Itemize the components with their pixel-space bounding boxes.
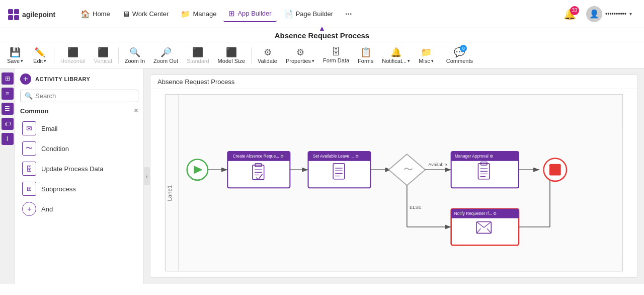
horizontal-button: ⬛ Horizontal: [56, 45, 90, 65]
formdata-button[interactable]: 🗄 Form Data: [319, 45, 353, 65]
nav-item-home[interactable]: 🏠 Home: [75, 7, 115, 22]
nav-manage-label: Manage: [193, 10, 216, 18]
standard-button: ⬛ Standard: [183, 45, 213, 65]
activity-item-updateprocessdata[interactable]: 🗄 Update Process Data: [20, 159, 138, 179]
notifications-icon: 🔔: [390, 47, 401, 58]
nav-workcenter-label: Work Center: [132, 10, 169, 18]
more-dots-icon: ···: [345, 10, 352, 18]
plus-icon: +: [23, 74, 28, 84]
properties-button[interactable]: ⚙ Properties▾: [282, 45, 318, 65]
toolbar-separator-3: [251, 47, 252, 63]
activity-item-subprocess[interactable]: ⊞ Subprocess: [20, 179, 138, 199]
vertical-button: ⬛ Vertical: [90, 45, 116, 65]
appbuilder-icon: ⊞: [228, 9, 235, 18]
grid-icon: ⊞: [5, 75, 10, 82]
nav-item-appbuilder[interactable]: ⊞ App Builder: [223, 6, 276, 22]
lane-label: Lane1: [167, 185, 173, 201]
zoomin-icon: 🔍: [129, 47, 140, 58]
notifications-button[interactable]: 🔔 Notificat...▾: [378, 45, 414, 65]
process-diagram[interactable]: Lane1 Create Absence Reque... ⚙: [150, 89, 637, 276]
modelsize-button[interactable]: ⬛ Model Size: [214, 45, 249, 65]
search-box[interactable]: 🔍: [20, 90, 138, 102]
close-common-button[interactable]: ×: [134, 106, 138, 115]
and-item-label: And: [41, 205, 53, 213]
activity-item-and[interactable]: + And: [20, 199, 138, 219]
modelsize-icon: ⬛: [226, 47, 237, 58]
comments-badge: 0: [460, 45, 467, 52]
comments-button[interactable]: 💬 0 Comments: [442, 45, 477, 65]
svg-rect-58: [549, 164, 561, 176]
left-icon-strip: ⊞ ≡ ☰ 🏷 I: [0, 68, 15, 284]
node-notify-requester[interactable]: Notify Requester If... ⚙: [451, 209, 519, 245]
standard-icon: ⬛: [192, 47, 203, 58]
toolbar-separator-2: [118, 47, 119, 63]
svg-text:Notify Requester If... ⚙: Notify Requester If... ⚙: [454, 211, 497, 216]
node-manager-approval[interactable]: Manager Approval ⚙: [451, 152, 519, 188]
node-create-absence[interactable]: Create Absence Reque... ⚙: [227, 152, 290, 188]
vertical-icon: ⬛: [98, 47, 109, 58]
condition-item-icon: 〜: [22, 141, 36, 156]
workcenter-icon: 🖥: [122, 10, 130, 18]
horizontal-icon: ⬛: [67, 47, 78, 58]
logo[interactable]: agilepoint: [8, 7, 63, 21]
svg-text:Available: Available: [428, 162, 447, 167]
sidebar-collapse-handle[interactable]: ‹: [143, 167, 150, 185]
user-name: ••••••••••: [605, 11, 626, 18]
properties-icon: ⚙: [296, 47, 304, 58]
svg-text:Create Absence Reque... ⚙: Create Absence Reque... ⚙: [233, 154, 284, 159]
svg-rect-3: [14, 15, 19, 20]
svg-rect-1: [14, 9, 19, 14]
zoomin-button[interactable]: 🔍 Zoom In: [121, 45, 149, 65]
save-button[interactable]: 💾 Save▾: [3, 45, 27, 65]
toolbar-separator-1: [54, 47, 54, 63]
notification-button[interactable]: 🔔 33: [559, 6, 580, 22]
left-icon-grid[interactable]: ⊞: [2, 72, 14, 85]
search-input[interactable]: [35, 92, 134, 100]
node-set-available-leave[interactable]: Set Available Leave ... ⚙: [308, 152, 371, 188]
activity-item-condition[interactable]: 〜 Condition: [20, 138, 138, 159]
svg-rect-2: [8, 15, 13, 20]
canvas-title-bar: Absence Request Process: [150, 75, 637, 89]
user-area[interactable]: 👤 •••••••••• ▾: [582, 4, 636, 24]
left-icon-bar[interactable]: I: [2, 133, 14, 145]
validate-button[interactable]: ⚙ Validate: [254, 45, 281, 65]
svg-text:ELSE: ELSE: [410, 205, 422, 210]
left-icon-tag[interactable]: 🏷: [2, 118, 14, 130]
sidebar: + ACTIVITY LIBRARY 🔍 Common × ✉ Email 〜 …: [15, 68, 144, 284]
page-title: Absence Request Process: [275, 31, 369, 40]
menu-icon: ☰: [5, 105, 10, 112]
svg-text:Set Available Leave ... ⚙: Set Available Leave ... ⚙: [313, 154, 359, 159]
edit-button[interactable]: ✏️ Edit▾: [28, 45, 52, 65]
chevron-up-icon[interactable]: ▲: [318, 24, 326, 32]
misc-icon: 📁: [421, 47, 432, 58]
nav-item-workcenter[interactable]: 🖥 Work Center: [117, 7, 174, 21]
edit-icon: ✏️: [34, 47, 45, 58]
subprocess-item-icon: ⊞: [22, 182, 36, 196]
common-label: Common: [20, 107, 48, 115]
canvas-container[interactable]: Absence Request Process Lane1: [150, 75, 638, 278]
updateprocessdata-item-icon: 🗄: [22, 162, 36, 176]
toolbar-separator-4: [440, 47, 440, 63]
user-avatar: 👤: [586, 6, 602, 22]
forms-button[interactable]: 📋 Forms: [354, 45, 377, 65]
formdata-icon: 🗄: [332, 47, 341, 57]
nav-item-manage[interactable]: 📁 Manage: [176, 7, 221, 22]
nav-more-button[interactable]: ···: [340, 7, 357, 22]
save-label: Save▾: [7, 58, 23, 64]
zoomout-button[interactable]: 🔎 Zoom Out: [149, 45, 182, 65]
email-item-label: Email: [41, 125, 58, 132]
tag-icon: 🏷: [5, 120, 11, 127]
nav-item-pagebuilder[interactable]: 📄 Page Builder: [279, 7, 338, 22]
nav-pagebuilder-label: Page Builder: [296, 10, 333, 18]
bar-icon: I: [7, 135, 8, 142]
add-activity-button[interactable]: +: [20, 73, 31, 85]
svg-rect-0: [8, 9, 13, 14]
manage-icon: 📁: [181, 10, 190, 19]
activity-item-email[interactable]: ✉ Email: [20, 118, 138, 138]
misc-button[interactable]: 📁 Misc▾: [415, 45, 438, 65]
left-icon-menu[interactable]: ☰: [2, 103, 14, 115]
notification-badge: 33: [570, 6, 579, 15]
activity-library-header: + ACTIVITY LIBRARY: [20, 73, 138, 85]
chevron-left-icon: ‹: [146, 173, 148, 179]
left-icon-list[interactable]: ≡: [2, 88, 14, 100]
